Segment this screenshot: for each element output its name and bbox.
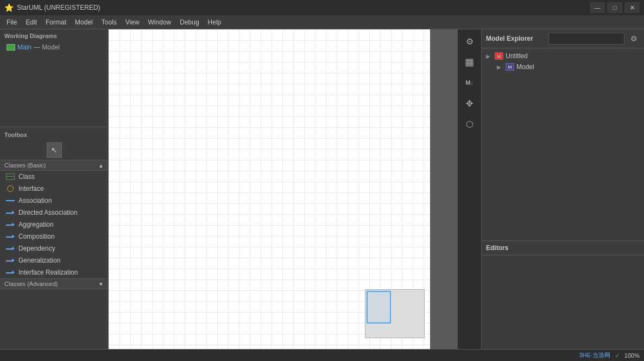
minimap-viewport [367,291,391,323]
canvas-area[interactable] [109,29,457,349]
tool-association[interactable]: Association [0,195,108,207]
tool-aggregation[interactable]: Aggregation [0,219,108,231]
menu-item-model[interactable]: Model [71,17,97,27]
tree-item-untitled[interactable]: ▶ U Untitled [484,51,642,61]
tool-composition-label: Composition [18,233,55,240]
section-classes-basic-label: Classes (Basic) [4,162,46,169]
menu-item-view[interactable]: View [121,17,144,27]
tool-directed-association-label: Directed Association [18,209,78,216]
grid-icon-button[interactable]: ▦ [460,52,479,72]
model-icon: M [506,63,514,71]
titlebar: ⭐ StarUML (UNREGISTERED) — □ ✕ [0,0,644,15]
main-area: Working Diagrams Main — Model Toolbox ↖ … [0,29,644,349]
titlebar-left: ⭐ StarUML (UNREGISTERED) [4,3,100,12]
model-explorer-search[interactable] [548,33,624,45]
section-classes-basic-arrow: ▲ [98,163,104,169]
model-explorer-panel: Model Explorer ⚙ ▶ U Untitled ▶ [482,29,644,240]
section-classes-advanced-arrow: ▼ [98,281,104,287]
menu-item-edit[interactable]: Edit [21,17,41,27]
zoom-indicator: 100% [624,352,640,359]
minimize-button[interactable]: — [590,2,605,13]
generalization-icon [5,257,15,264]
editors-header: Editors [482,241,644,256]
menu-item-help[interactable]: Help [204,17,226,27]
menu-item-file[interactable]: File [2,17,21,27]
status-logo: 3HE·当游网 [579,351,610,359]
tree-arrow-untitled: ▶ [486,53,493,59]
menu-item-debug[interactable]: Debug [175,17,203,27]
tool-interface[interactable]: Interface [0,183,108,195]
maximize-button[interactable]: □ [607,2,622,13]
statusbar: 3HE·当游网 ✓ 100% [0,349,644,361]
menu-item-window[interactable]: Window [144,17,176,27]
editors-section: Editors [482,240,644,349]
association-icon [5,197,15,204]
model-explorer-title: Model Explorer [486,35,533,42]
interface-realization-icon [5,269,15,276]
toolbox-panel: Toolbox ↖ Classes (Basic) ▲ Class Interf… [0,127,108,349]
diagram-icon [7,44,15,51]
titlebar-title: StarUML (UNREGISTERED) [17,4,100,11]
markdown-icon-button[interactable]: M↓ [460,73,479,92]
untitled-icon: U [495,52,503,60]
editors-content [482,256,644,349]
status-check: ✓ [615,352,620,359]
left-panel: Working Diagrams Main — Model Toolbox ↖ … [0,29,109,349]
cursor-tool-button[interactable]: ↖ [47,142,62,158]
directed-association-icon [5,209,15,216]
section-classes-advanced[interactable]: Classes (Advanced) ▼ [0,278,108,289]
composition-icon [5,233,15,240]
tree-label-untitled: Untitled [506,52,528,60]
working-diagrams-title: Working Diagrams [4,33,104,39]
app-icon: ⭐ [4,3,14,12]
dependency-icon [5,245,15,252]
tool-directed-association[interactable]: Directed Association [0,207,108,219]
tool-interface-label: Interface [18,185,44,192]
tool-generalization[interactable]: Generalization [0,254,108,266]
toolbox-cursor-area: ↖ [0,140,108,160]
interface-icon [5,185,15,192]
model-explorer-gear-button[interactable]: ⚙ [628,33,640,45]
move-icon-button[interactable]: ✥ [460,94,479,113]
tree-item-model[interactable]: ▶ M Model [484,61,642,72]
tool-dependency-label: Dependency [18,245,55,252]
diagram-item[interactable]: Main — Model [4,42,104,52]
tool-generalization-label: Generalization [18,257,60,264]
tool-aggregation-label: Aggregation [18,221,54,228]
tree-label-model: Model [516,63,534,71]
right-panel: Model Explorer ⚙ ▶ U Untitled ▶ [481,29,644,349]
tool-association-label: Association [18,197,52,204]
model-explorer-header: Model Explorer ⚙ [482,29,644,48]
working-diagrams-panel: Working Diagrams Main — Model [0,29,108,127]
menubar: FileEditFormatModelToolsViewWindowDebugH… [0,15,644,29]
puzzle-icon-button[interactable]: ⚙ [460,32,479,51]
class-icon [5,173,15,180]
menu-item-tools[interactable]: Tools [97,17,121,27]
right-combined: ⚙ ▦ M↓ ✥ ⬡ Model Explorer ⚙ [457,29,644,349]
tool-composition[interactable]: Composition [0,231,108,242]
menu-item-format[interactable]: Format [41,17,71,27]
tool-class-label: Class [18,173,35,180]
titlebar-controls: — □ ✕ [590,2,640,13]
tool-interface-realization[interactable]: Interface Realization [0,266,108,278]
section-classes-basic[interactable]: Classes (Basic) ▲ [0,160,108,171]
close-button[interactable]: ✕ [624,2,640,13]
section-classes-advanced-label: Classes (Advanced) [4,281,58,287]
tree-arrow-model: ▶ [497,64,503,70]
tool-interface-realization-label: Interface Realization [18,269,78,276]
tool-class[interactable]: Class [0,171,108,183]
diagram-label: Main [17,43,31,51]
diagram-model: — Model [34,43,60,51]
tool-dependency[interactable]: Dependency [0,242,108,254]
model-explorer-actions: ⚙ [548,33,640,45]
aggregation-icon [5,221,15,228]
model-tree: ▶ U Untitled ▶ M Model [482,48,644,240]
icon-bar: ⚙ ▦ M↓ ✥ ⬡ [457,29,481,349]
share-icon-button[interactable]: ⬡ [460,114,479,134]
minimap [365,289,425,338]
toolbox-title: Toolbox [0,129,108,140]
